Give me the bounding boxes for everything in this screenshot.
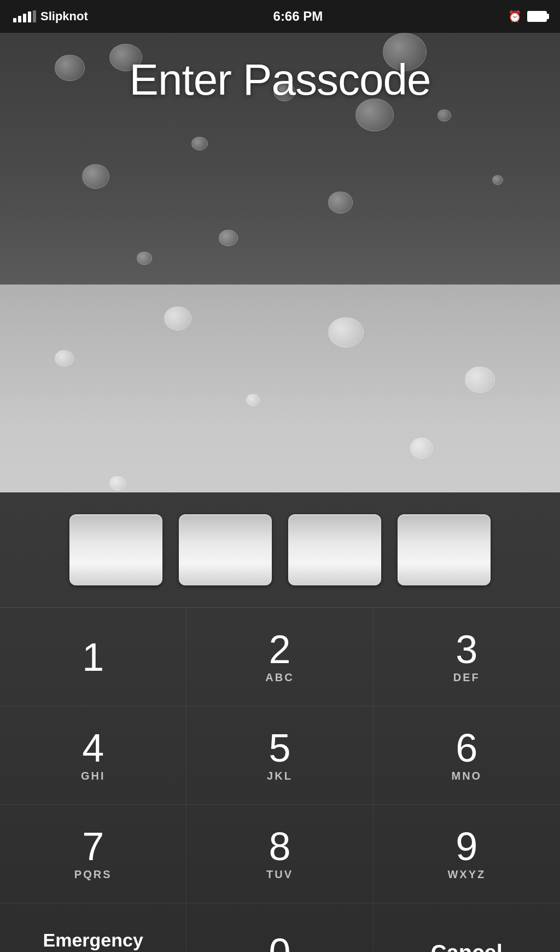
key-2[interactable]: 2 ABC [186, 608, 373, 706]
keypad-area: 1 2 ABC 3 DEF 4 GHI 5 JKL 6 MNO [0, 492, 560, 952]
carrier-label: Slipknot [40, 9, 88, 24]
key-8[interactable]: 8 TUV [186, 805, 373, 903]
clock-icon: ⏰ [508, 10, 522, 23]
signal-bars-icon [13, 10, 36, 22]
background-dark [0, 0, 560, 285]
battery-icon [527, 11, 547, 22]
key-6[interactable]: 6 MNO [374, 706, 560, 805]
passcode-box-2 [179, 514, 272, 585]
key-0[interactable]: 0 [186, 903, 373, 952]
key-5[interactable]: 5 JKL [186, 706, 373, 805]
emergency-call-button[interactable]: EmergencyCall [0, 903, 186, 952]
passcode-input-row [0, 492, 560, 607]
status-bar: Slipknot 6:66 PM ⏰ [0, 0, 560, 33]
status-left: Slipknot [13, 9, 88, 24]
key-4[interactable]: 4 GHI [0, 706, 186, 805]
key-1[interactable]: 1 [0, 608, 186, 706]
time-display: 6:66 PM [273, 9, 323, 24]
phone-frame: Slipknot 6:66 PM ⏰ Enter Pass [0, 0, 560, 952]
cancel-button[interactable]: Cancel [374, 903, 560, 952]
key-7[interactable]: 7 PQRS [0, 805, 186, 903]
status-right: ⏰ [508, 10, 547, 23]
passcode-title: Enter Passcode [0, 55, 560, 105]
passcode-box-1 [69, 514, 162, 585]
passcode-box-3 [288, 514, 381, 585]
key-3[interactable]: 3 DEF [374, 608, 560, 706]
key-9[interactable]: 9 WXYZ [374, 805, 560, 903]
passcode-box-4 [398, 514, 491, 585]
numpad: 1 2 ABC 3 DEF 4 GHI 5 JKL 6 MNO [0, 607, 560, 952]
